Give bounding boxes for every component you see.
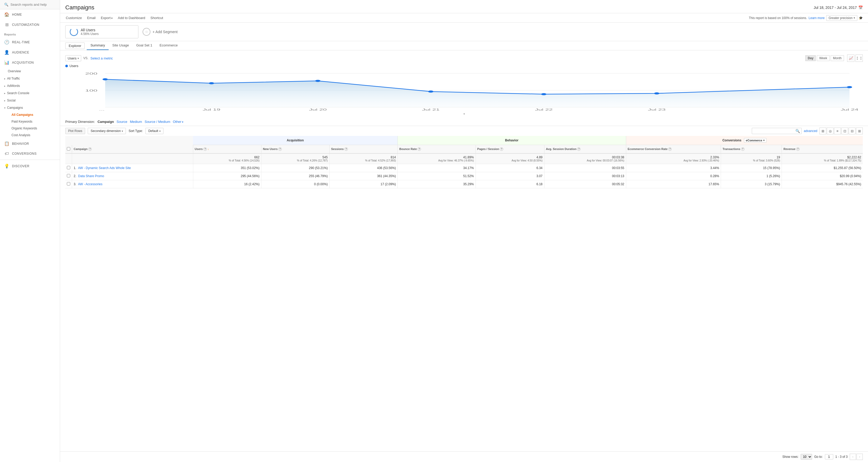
customize-button[interactable]: Customize — [65, 15, 82, 21]
users-help-icon[interactable]: ? — [204, 147, 207, 151]
tab-ecommerce[interactable]: Ecommerce — [156, 41, 181, 50]
sidebar-sub-all-traffic[interactable]: All Traffic — [0, 75, 60, 82]
select-all-checkbox[interactable] — [67, 147, 70, 151]
th-bounce-rate[interactable]: Bounce Rate ? — [398, 145, 476, 154]
tab-goal-set-1[interactable]: Goal Set 1 — [133, 41, 156, 50]
sidebar-sub-search-console[interactable]: Search Console — [0, 90, 60, 97]
export-button[interactable]: Export — [100, 15, 113, 21]
email-button[interactable]: Email — [87, 15, 96, 21]
metric-selector: Users VS. Select a metric — [65, 55, 113, 61]
th-pages-session[interactable]: Pages / Session ? — [475, 145, 544, 154]
th-ecommerce-rate[interactable]: Ecommerce Conversion Rate ? — [626, 145, 721, 154]
dim-link-other[interactable]: Other — [173, 120, 183, 124]
svg-text:Jul 20: Jul 20 — [309, 108, 327, 111]
search-input[interactable] — [10, 3, 56, 6]
conversions-dropdown[interactable]: eCommerce — [744, 138, 767, 143]
shortcut-button[interactable]: Shortcut — [150, 15, 163, 21]
dim-link-medium[interactable]: Medium — [130, 120, 142, 124]
sort-type-dropdown[interactable]: Default — [146, 128, 163, 134]
learn-more-link[interactable]: Learn more — [809, 16, 825, 20]
sidebar-sub-paid-keywords[interactable]: Paid Keywords — [0, 118, 60, 125]
th-users[interactable]: Users ? ↓ — [193, 145, 261, 154]
sidebar-sub-organic-keywords[interactable]: Organic Keywords — [0, 125, 60, 132]
sidebar-sub-campaigns[interactable]: Campaigns — [0, 104, 60, 111]
row2-checkbox[interactable] — [67, 174, 70, 177]
sidebar-item-acquisition[interactable]: 📊 ACQUISITION — [0, 57, 60, 68]
table-body: 662 % of Total: 4.56% (14,526) 545 % of … — [65, 154, 863, 188]
row3-checkbox-cell[interactable] — [65, 180, 72, 188]
new-users-help-icon[interactable]: ? — [278, 147, 282, 151]
row1-campaign-link[interactable]: AW - Dynamic Search Ads Whole Site — [78, 166, 131, 170]
sidebar-sub-overview[interactable]: Overview — [0, 68, 60, 75]
row3-checkbox[interactable] — [67, 182, 70, 186]
sidebar-sub-social[interactable]: Social — [0, 97, 60, 104]
sidebar-item-behavior[interactable]: 📋 BEHAVIOR — [0, 138, 60, 149]
chart-scroll-indicator[interactable]: ▾ — [65, 112, 863, 116]
secondary-dimension-dropdown[interactable]: Secondary dimension — [88, 128, 126, 134]
select-metric-link[interactable]: Select a metric — [90, 56, 113, 60]
add-segment-button[interactable]: ○ + Add Segment — [143, 28, 178, 36]
dim-link-source-medium[interactable]: Source / Medium — [145, 120, 170, 124]
next-page-button[interactable]: › — [857, 454, 863, 460]
sidebar-sub-cost-analysis[interactable]: Cost Analysis — [0, 132, 60, 138]
search-box[interactable]: 🔍 — [752, 128, 802, 134]
svg-text:Jul 24: Jul 24 — [841, 108, 858, 111]
date-btn-month[interactable]: Month — [831, 55, 844, 61]
date-range[interactable]: Jul 18, 2017 - Jul 24, 2017 📅 — [814, 5, 863, 10]
sidebar-sub-all-campaigns[interactable]: All Campaigns — [0, 111, 60, 118]
transactions-help-icon[interactable]: ? — [741, 147, 744, 151]
tab-summary[interactable]: Summary — [87, 41, 108, 50]
sidebar-item-customization[interactable]: ⊞ CUSTOMIZATION — [0, 20, 60, 30]
search-icon-button[interactable]: 🔍 — [796, 129, 800, 133]
pages-session-help-icon[interactable]: ? — [500, 147, 503, 151]
date-btn-day[interactable]: Day — [805, 55, 816, 61]
show-rows-select[interactable]: 10 25 50 — [801, 454, 812, 460]
th-transactions[interactable]: Transactions ? — [721, 145, 781, 154]
view-btn-compare[interactable]: ⊟ — [849, 128, 856, 134]
dim-link-source[interactable]: Source — [117, 120, 127, 124]
sidebar-sub-adwords[interactable]: AdWords — [0, 82, 60, 90]
view-btn-grid[interactable]: ⊞ — [819, 128, 826, 134]
th-sessions[interactable]: Sessions ? — [329, 145, 398, 154]
sidebar-item-discover[interactable]: 💡 DISCOVER — [0, 161, 60, 171]
bounce-rate-help-icon[interactable]: ? — [417, 147, 421, 151]
metric-dropdown[interactable]: Users — [65, 55, 81, 61]
plot-rows-button[interactable]: Plot Rows — [65, 128, 85, 134]
view-btn-more[interactable]: ⊞ — [856, 128, 863, 134]
sidebar-item-home[interactable]: 🏠 HOME — [0, 9, 60, 20]
sidebar-item-conversions[interactable]: 🏷 CONVERSIONS — [0, 149, 60, 159]
date-btn-week[interactable]: Week — [817, 55, 829, 61]
sidebar-item-label-conversions: CONVERSIONS — [12, 152, 36, 156]
sidebar-item-label-home: HOME — [12, 13, 22, 16]
th-revenue[interactable]: Revenue ? — [782, 145, 863, 154]
revenue-help-icon[interactable]: ? — [796, 147, 800, 151]
row3-campaign-link[interactable]: AW - Accessories — [78, 183, 103, 186]
chart-type-scatter[interactable]: ⋮⋮ — [856, 55, 863, 62]
table-search-input[interactable] — [754, 129, 796, 133]
row2-checkbox-cell[interactable] — [65, 172, 72, 180]
view-btn-pivot[interactable]: ⊡ — [841, 128, 848, 134]
row1-checkbox[interactable] — [67, 166, 70, 169]
sessions-help-icon[interactable]: ? — [344, 147, 348, 151]
view-btn-bar[interactable]: ≡ — [834, 128, 841, 134]
prev-page-button[interactable]: ‹ — [850, 454, 856, 460]
go-to-input[interactable] — [825, 454, 833, 459]
ecommerce-rate-help-icon[interactable]: ? — [668, 147, 672, 151]
th-new-users[interactable]: New Users ? — [261, 145, 329, 154]
avg-session-help-icon[interactable]: ? — [577, 147, 581, 151]
tab-site-usage[interactable]: Site Usage — [108, 41, 133, 50]
th-avg-session[interactable]: Avg. Session Duration ? — [544, 145, 626, 154]
add-to-dashboard-button[interactable]: Add to Dashboard — [117, 15, 146, 21]
dim-link-campaign[interactable]: Campaign — [97, 120, 114, 124]
row1-checkbox-cell[interactable] — [65, 164, 72, 172]
campaign-help-icon[interactable]: ? — [88, 147, 92, 151]
chart-type-line[interactable]: 📈 — [847, 55, 855, 62]
precision-button[interactable]: Greater precision — [826, 15, 857, 21]
sidebar-item-realtime[interactable]: 🕐 REAL-TIME — [0, 37, 60, 47]
sidebar-item-audience[interactable]: 👤 AUDIENCE — [0, 47, 60, 57]
advanced-link[interactable]: advanced — [804, 129, 817, 133]
search-bar[interactable]: 🔍 — [0, 0, 60, 9]
row2-campaign-link[interactable]: Data Share Promo — [78, 174, 104, 178]
view-btn-pie[interactable]: ◎ — [827, 128, 834, 134]
reports-label: Reports — [0, 30, 60, 37]
